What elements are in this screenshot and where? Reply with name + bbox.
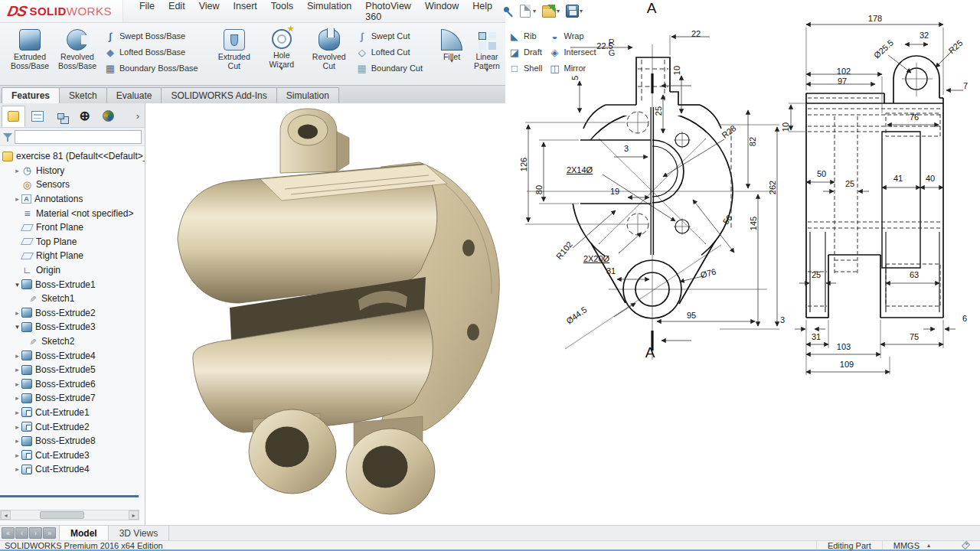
status-bar: SOLIDWORKS Premium 2016 x64 Edition Edit… [0,540,980,551]
first-tab-button[interactable]: « [2,527,15,539]
tab-3d-views[interactable]: 3D Views [109,526,169,540]
collapse-arrow-icon[interactable] [13,323,21,331]
boss-extrude-icon [21,379,32,389]
swept-boss-base-button[interactable]: Swept Boss/Base [103,29,200,43]
tree-item-boss-extrude2[interactable]: Boss-Extrude2 [0,306,145,321]
tree-filter-input[interactable] [15,130,142,144]
lofted-boss-base-button[interactable]: Lofted Boss/Base [103,45,200,59]
tree-item-boss-extrude8[interactable]: Boss-Extrude8 [0,434,145,448]
tab-features[interactable]: Features [2,87,60,103]
swept-cut-button[interactable]: Swept Cut [354,29,424,43]
featuremanager-tree-tab[interactable] [2,106,25,127]
tree-item-cut-extrude4[interactable]: Cut-Extrude4 [0,462,145,477]
expand-arrow-icon[interactable] [13,394,21,402]
lofted-cut-button[interactable]: Lofted Cut [354,45,424,59]
tree-item-annotations[interactable]: Annotations [0,192,145,207]
side-view-drawing [766,8,980,383]
menu-view[interactable]: View [194,0,225,24]
expand-arrow-icon[interactable] [13,366,21,373]
panel-horizontal-scrollbar[interactable]: ◂ ▸ [0,510,139,520]
graphics-viewport[interactable] [145,103,505,525]
tree-item-sketch1[interactable]: Sketch1 [0,292,145,306]
tree-filter-row [0,128,145,146]
scrollbar-thumb[interactable] [40,511,84,519]
displaymanager-tab[interactable] [96,106,120,127]
hole-wizard-button[interactable]: Hole Wizard ▾ [258,28,305,70]
tree-item-cut-extrude3[interactable]: Cut-Extrude3 [0,448,145,462]
extruded-cut-button[interactable]: Extruded Cut [211,28,258,72]
menu-help[interactable]: Help [467,0,498,24]
expand-arrow-icon[interactable] [13,409,21,416]
expand-arrow-icon[interactable] [13,380,21,388]
dimxpert-tab[interactable] [73,106,96,127]
expand-arrow-icon[interactable] [13,195,21,203]
tree-item-boss-extrude5[interactable]: Boss-Extrude5 [0,363,145,377]
expand-arrow-icon[interactable] [13,423,21,431]
scroll-right-arrow[interactable]: ▸ [129,510,139,520]
expand-arrow-icon[interactable] [13,352,21,360]
tab-model[interactable]: Model [59,526,109,540]
next-tab-button[interactable]: › [29,527,42,539]
tags-icon[interactable] [961,540,971,550]
revolved-cut-button[interactable]: Revolved Cut [305,28,353,72]
boundary-cut-button[interactable]: Boundary Cut [354,61,424,75]
tree-item-material[interactable]: Material <not specified> [0,206,145,220]
boss-extrude-icon [21,393,32,403]
last-tab-button[interactable]: » [43,527,56,539]
plane-icon [21,224,34,231]
tree-item-cut-extrude2[interactable]: Cut-Extrude2 [0,419,145,434]
propertymanager-tab[interactable] [25,106,49,127]
extruded-boss-base-button[interactable]: Extruded Boss/Base [6,28,54,72]
fillet-button[interactable]: Fillet ▾ [435,28,469,63]
feature-tree: exercise 81 (Default<<Default>_D History… [0,146,145,477]
cut-extrude-icon [21,450,32,460]
configuration-manager-tab[interactable] [49,106,73,127]
tree-item-right-plane[interactable]: Right Plane [0,249,145,263]
menu-file[interactable]: File [134,0,160,24]
expand-arrow-icon[interactable] [13,452,21,459]
tree-item-boss-extrude3[interactable]: Boss-Extrude3 [0,320,145,334]
tab-solidworks-add-ins[interactable]: SOLIDWORKS Add-Ins [161,87,276,103]
tree-item-boss-extrude6[interactable]: Boss-Extrude6 [0,377,145,392]
expand-arrow-icon[interactable] [13,309,21,317]
tab-simulation[interactable]: Simulation [276,87,339,103]
previous-tab-button[interactable]: ‹ [15,527,28,539]
menu-insert[interactable]: Insert [228,0,263,24]
tree-item-history[interactable]: History [0,164,145,178]
units-selector[interactable]: MMGS▴ [882,541,941,549]
editing-mode-label: Editing Part [816,541,882,549]
configuration-manager-icon [57,113,64,119]
menu-photoview-360[interactable]: PhotoView 360 [360,0,416,24]
menu-tools[interactable]: Tools [266,0,299,24]
tree-item-boss-extrude1[interactable]: Boss-Extrude1 [0,277,145,292]
boss-extrude-icon [21,322,32,332]
menu-edit[interactable]: Edit [163,0,191,24]
boss-extrude-icon [21,279,32,289]
tree-item-top-plane[interactable]: Top Plane [0,235,145,249]
tab-evaluate[interactable]: Evaluate [106,87,162,103]
expand-arrow-icon[interactable] [13,465,21,473]
panel-expand-chevron[interactable]: › [132,110,143,122]
expand-arrow-icon[interactable] [13,167,21,174]
menu-window[interactable]: Window [420,0,464,24]
boundary-boss-base-button[interactable]: Boundary Boss/Base [103,61,200,75]
front-view-drawing [505,0,781,383]
boss-extrude-icon [21,350,32,360]
tree-item-boss-extrude4[interactable]: Boss-Extrude4 [0,348,145,363]
tree-item-sensors[interactable]: Sensors [0,178,145,192]
tab-sketch[interactable]: Sketch [59,87,107,103]
scroll-left-arrow[interactable]: ◂ [1,510,11,520]
tree-item-part-root[interactable]: exercise 81 (Default<<Default>_D [0,149,145,164]
rollback-bar[interactable] [0,495,139,497]
tree-item-front-plane[interactable]: Front Plane [0,220,145,235]
menu-simulation[interactable]: Simulation [302,0,357,24]
tree-item-sketch2[interactable]: Sketch2 [0,334,145,349]
tree-item-origin[interactable]: Origin [0,263,145,278]
revolved-boss-base-button[interactable]: Revolved Boss/Base [54,28,101,72]
linear-pattern-button[interactable]: Linear Pattern ▾ [469,28,505,72]
tree-item-boss-extrude7[interactable]: Boss-Extrude7 [0,391,145,406]
collapse-arrow-icon[interactable] [13,281,21,289]
cut-extrude-icon [21,407,32,417]
tree-item-cut-extrude1[interactable]: Cut-Extrude1 [0,406,145,420]
expand-arrow-icon[interactable] [13,437,21,445]
